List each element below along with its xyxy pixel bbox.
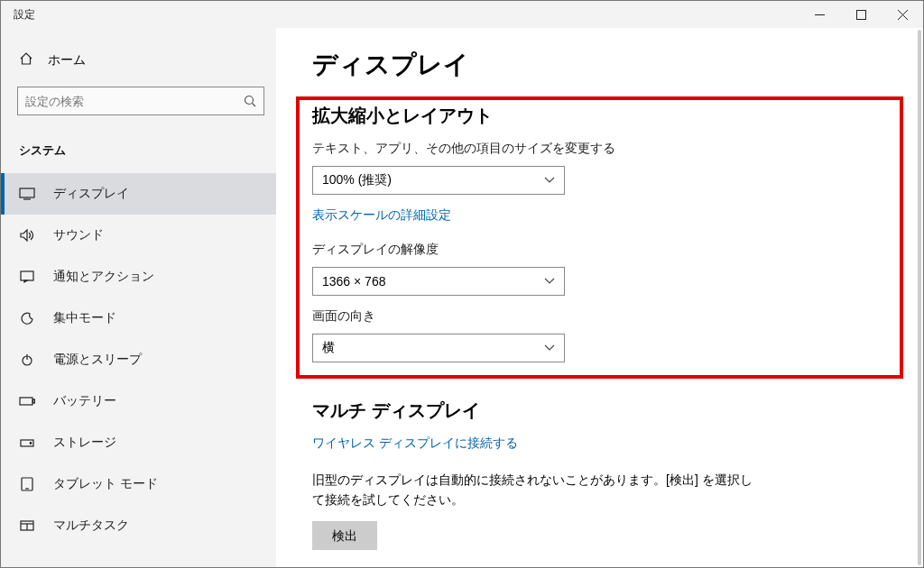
sidebar-category: システム (1, 126, 276, 173)
resolution-select[interactable]: 1366 × 768 (312, 267, 565, 296)
nav-item-display[interactable]: ディスプレイ (1, 173, 276, 215)
sidebar: ホーム システム ディスプレイ サウンド (1, 28, 276, 567)
search-input[interactable] (18, 95, 236, 108)
display-icon (19, 186, 35, 202)
scale-label: テキスト、アプリ、その他の項目のサイズを変更する (312, 141, 887, 157)
battery-icon (19, 393, 35, 409)
titlebar: 設定 (1, 1, 923, 28)
scrollbar[interactable] (918, 30, 921, 565)
home-label: ホーム (48, 52, 86, 69)
multi-desc: 旧型のディスプレイは自動的に接続されないことがあります。[検出] を選択して接続… (312, 470, 763, 510)
multi-display-section: マルチ ディスプレイ ワイヤレス ディスプレイに接続する 旧型のディスプレイは自… (312, 399, 887, 550)
nav-item-notifications[interactable]: 通知とアクション (1, 256, 276, 298)
multi-heading: マルチ ディスプレイ (312, 399, 887, 423)
svg-rect-1 (856, 10, 865, 19)
nav-label: ディスプレイ (53, 186, 129, 202)
chevron-down-icon (544, 278, 555, 285)
advanced-scale-link[interactable]: 表示スケールの詳細設定 (312, 207, 887, 224)
titlebar-controls (799, 1, 923, 28)
svg-rect-12 (33, 399, 35, 403)
svg-rect-11 (20, 398, 32, 405)
chevron-down-icon (544, 177, 555, 184)
nav-item-tablet[interactable]: タブレット モード (1, 463, 276, 505)
nav-label: 電源とスリープ (53, 352, 142, 368)
storage-icon (19, 435, 35, 451)
window-title: 設定 (14, 7, 35, 23)
scale-select[interactable]: 100% (推奨) (312, 166, 565, 195)
nav-label: バッテリー (53, 393, 116, 409)
content: ディスプレイ 拡大縮小とレイアウト テキスト、アプリ、その他の項目のサイズを変更… (276, 28, 923, 567)
multitask-icon (19, 518, 35, 534)
home-link[interactable]: ホーム (1, 41, 276, 79)
minimize-icon (815, 10, 825, 20)
svg-rect-8 (21, 271, 33, 280)
detect-button[interactable]: 検出 (312, 521, 377, 550)
focus-icon (19, 310, 35, 326)
resolution-value: 1366 × 768 (322, 274, 385, 289)
highlight-box: 拡大縮小とレイアウト テキスト、アプリ、その他の項目のサイズを変更する 100%… (296, 96, 903, 379)
nav-item-power[interactable]: 電源とスリープ (1, 339, 276, 380)
resolution-label: ディスプレイの解像度 (312, 242, 887, 258)
nav-item-sound[interactable]: サウンド (1, 215, 276, 256)
wireless-link[interactable]: ワイヤレス ディスプレイに接続する (312, 435, 887, 452)
nav-label: 通知とアクション (53, 269, 154, 285)
scaling-heading: 拡大縮小とレイアウト (312, 104, 887, 128)
page-title: ディスプレイ (312, 48, 887, 82)
svg-rect-6 (20, 188, 34, 197)
nav-label: タブレット モード (53, 476, 158, 492)
settings-window: 設定 ホーム (0, 0, 924, 568)
nav-item-storage[interactable]: ストレージ (1, 422, 276, 463)
nav-item-focus[interactable]: 集中モード (1, 298, 276, 339)
search-icon (236, 95, 263, 107)
svg-point-4 (245, 96, 254, 105)
power-icon (19, 352, 35, 368)
svg-line-5 (253, 104, 256, 107)
orientation-value: 横 (322, 340, 335, 356)
nav-label: マルチタスク (53, 518, 129, 534)
nav-label: ストレージ (53, 435, 116, 451)
window-body: ホーム システム ディスプレイ サウンド (1, 28, 923, 567)
orientation-label: 画面の向き (312, 308, 887, 325)
svg-point-14 (30, 443, 32, 444)
maximize-button[interactable] (840, 1, 882, 28)
close-button[interactable] (882, 1, 923, 28)
tablet-icon (19, 476, 35, 492)
sound-icon (19, 227, 35, 243)
nav: ディスプレイ サウンド 通知とアクション 集中モード 電源とスリープ (1, 173, 276, 546)
nav-item-battery[interactable]: バッテリー (1, 380, 276, 422)
notifications-icon (19, 269, 35, 285)
orientation-select[interactable]: 横 (312, 334, 565, 362)
chevron-down-icon (544, 344, 555, 352)
search-wrap (1, 79, 276, 126)
home-icon (19, 51, 33, 69)
nav-item-multitask[interactable]: マルチタスク (1, 505, 276, 546)
search-box[interactable] (17, 87, 264, 115)
scale-value: 100% (推奨) (322, 172, 392, 188)
nav-label: 集中モード (53, 310, 116, 326)
maximize-icon (856, 10, 866, 20)
minimize-button[interactable] (799, 1, 840, 28)
close-icon (898, 10, 908, 20)
nav-label: サウンド (53, 227, 104, 243)
